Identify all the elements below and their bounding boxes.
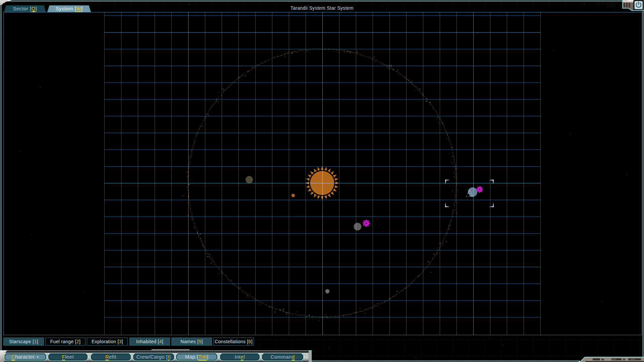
- label-text: ]: [207, 354, 209, 360]
- toggle-hotkey-number: 6: [249, 339, 251, 344]
- toggle-label: Inhabited [: [136, 339, 159, 344]
- toggle-label: ]: [162, 339, 163, 344]
- toggle-hotkey-number: 4: [159, 339, 162, 344]
- nav-button-intel[interactable]: Intel: [220, 353, 260, 361]
- metal-groove: [624, 3, 625, 7]
- toggle-label: Constellations [: [215, 339, 249, 344]
- nav-button-label: Command: [262, 353, 304, 361]
- nav-button-label: Character +: [4, 353, 47, 361]
- hotkey-letter: Q: [32, 6, 36, 12]
- toggle-hotkey-number: 1: [34, 339, 37, 344]
- label-text: l: [244, 354, 245, 360]
- toggle-label: Exploration [: [92, 339, 119, 344]
- nav-button-label: Fleet: [48, 353, 88, 361]
- toggle-label: ]: [79, 339, 80, 344]
- bottom-bar-end-cap: [309, 350, 312, 362]
- nav-button-character[interactable]: Character +: [4, 353, 47, 361]
- frame-right-edge: [643, 11, 643, 357]
- hotkey-letter: W: [76, 6, 81, 12]
- nav-button-refit[interactable]: Refit: [91, 353, 131, 361]
- tab-system[interactable]: System [W]: [47, 5, 91, 12]
- map-grid: [4, 12, 642, 335]
- frame-bottom-edge: [311, 361, 580, 361]
- hotkey-letter: d: [292, 354, 295, 360]
- corner-metal-top-right: [617, 0, 644, 13]
- label-text: ]: [169, 354, 171, 360]
- toggle-label: ]: [122, 339, 123, 344]
- nav-button-label: Crew/Cargo [I]: [133, 353, 174, 361]
- toggle-inhabited[interactable]: Inhabited [4]: [129, 338, 170, 346]
- label-text: ]: [36, 6, 37, 11]
- nav-button-label: Intel: [220, 353, 260, 361]
- frame-top-edge: [1, 1, 623, 1]
- label-text: Comman: [271, 354, 292, 360]
- frame-left-edge: [1, 1, 1, 351]
- label-text: Map [: [185, 354, 199, 360]
- toggle-label: Starscape [: [9, 339, 34, 344]
- jump-point-selected[interactable]: [477, 186, 483, 192]
- toggle-names[interactable]: Names [5]: [171, 338, 212, 346]
- hotkey-letter: Tab: [198, 354, 207, 360]
- inner-orange-planet[interactable]: [291, 194, 295, 197]
- system-map: [0, 0, 644, 362]
- nav-button-label: Map [Tab]: [176, 353, 218, 361]
- toggle-constellations[interactable]: Constellations [6]: [213, 338, 254, 346]
- toggle-label: ]: [202, 339, 203, 344]
- olive-planet[interactable]: [246, 176, 253, 183]
- toggle-starscape[interactable]: Starscape [1]: [3, 338, 44, 346]
- label-text: efit: [109, 354, 116, 360]
- corner-metal-bottom-right: [579, 357, 644, 362]
- map-objects: [4, 12, 642, 335]
- corner-metal-top-left: [0, 0, 13, 5]
- toggle-label: ]: [37, 339, 38, 344]
- toggle-fuel-range[interactable]: Fuel range [2]: [45, 338, 86, 346]
- nav-button-crew-cargo[interactable]: Crew/Cargo [I]: [133, 353, 174, 361]
- jump-point-inner[interactable]: [363, 220, 370, 227]
- label-text: Crew/Cargo [: [137, 354, 168, 360]
- metal-groove: [626, 3, 628, 7]
- toggle-hotkey-number: 3: [119, 339, 122, 344]
- bottom-bar-handle: [152, 349, 190, 351]
- toggle-label: Fuel range [: [50, 339, 76, 344]
- hotkey-letter: C: [11, 354, 15, 360]
- hotkey-letter: F: [62, 354, 65, 360]
- tab-sector[interactable]: Sector [Q]: [4, 5, 46, 12]
- label-text: leet: [65, 354, 74, 360]
- toggle-label: ]: [251, 339, 253, 344]
- small-gray-planet[interactable]: [325, 289, 330, 294]
- label-text: System [: [56, 6, 76, 11]
- nav-button-fleet[interactable]: Fleet: [48, 353, 88, 361]
- toggle-hotkey-number: 2: [76, 339, 79, 344]
- nav-button-command[interactable]: Command: [262, 353, 304, 361]
- hotkey-letter: R: [105, 354, 109, 360]
- toggle-hotkey-number: 5: [199, 339, 201, 344]
- bottom-nav-bar: Character +FleetRefitCrew/Cargo [I]Map […: [3, 350, 312, 362]
- metal-groove: [629, 3, 630, 7]
- toggle-exploration[interactable]: Exploration [3]: [87, 338, 128, 346]
- nav-button-label: Refit: [91, 353, 131, 361]
- label-text: Sector [: [13, 6, 32, 11]
- toggle-label: Names [: [180, 339, 199, 344]
- mid-gray-planet[interactable]: [354, 223, 362, 231]
- label-text: haracter +: [15, 354, 39, 360]
- nav-button-map[interactable]: Map [Tab]: [176, 353, 218, 361]
- label-text: Int: [235, 354, 241, 360]
- label-text: ]: [81, 6, 83, 11]
